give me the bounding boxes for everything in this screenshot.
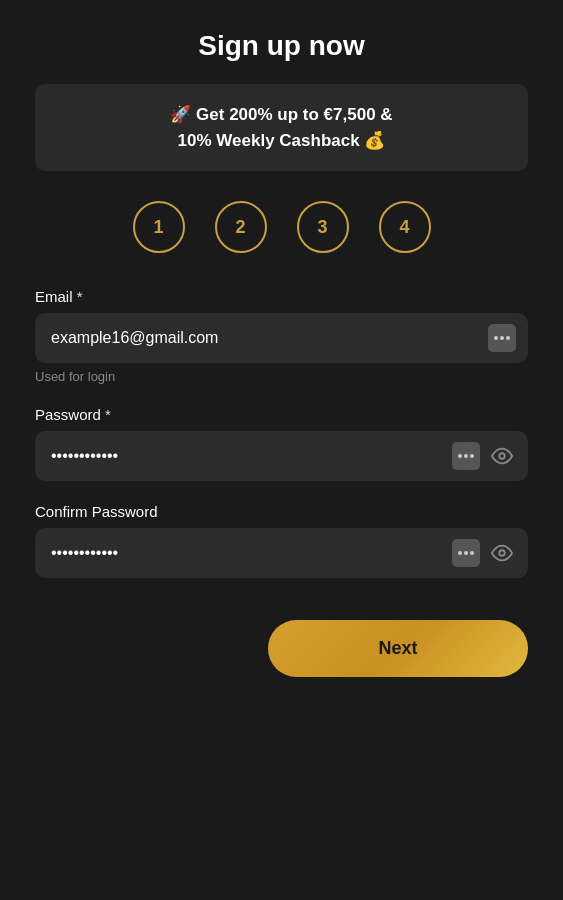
email-input-wrapper	[35, 313, 528, 363]
password-more-dots-icon[interactable]	[452, 442, 480, 470]
show-confirm-password-icon[interactable]	[488, 539, 516, 567]
promo-line2: 10% Weekly Cashback 💰	[178, 131, 386, 150]
email-field-group: Email * Used for login	[35, 288, 528, 384]
confirm-password-field-group: Confirm Password	[35, 503, 528, 578]
email-label: Email *	[35, 288, 528, 305]
password-input-wrapper	[35, 431, 528, 481]
promo-banner: 🚀 Get 200% up to €7,500 & 10% Weekly Cas…	[35, 84, 528, 171]
email-hint: Used for login	[35, 369, 528, 384]
step-2[interactable]: 2	[215, 201, 267, 253]
confirm-password-label: Confirm Password	[35, 503, 528, 520]
email-input[interactable]	[35, 313, 528, 363]
password-icon-area	[452, 442, 516, 470]
promo-icon-rocket: 🚀	[170, 105, 191, 124]
step-1[interactable]: 1	[133, 201, 185, 253]
step-indicators: 1 2 3 4	[35, 201, 528, 253]
confirm-password-more-dots-icon[interactable]	[452, 539, 480, 567]
email-icon-area	[488, 324, 516, 352]
step-3[interactable]: 3	[297, 201, 349, 253]
signup-page: Sign up now 🚀 Get 200% up to €7,500 & 10…	[0, 0, 563, 900]
promo-text: 🚀 Get 200% up to €7,500 & 10% Weekly Cas…	[55, 102, 508, 153]
show-password-icon[interactable]	[488, 442, 516, 470]
page-title: Sign up now	[198, 30, 364, 62]
email-more-dots-icon[interactable]	[488, 324, 516, 352]
svg-point-1	[499, 550, 505, 556]
step-4[interactable]: 4	[379, 201, 431, 253]
next-button[interactable]: Next	[268, 620, 528, 677]
next-button-container: Next	[35, 620, 528, 677]
promo-line1: Get 200% up to €7,500 &	[196, 105, 393, 124]
signup-form: Email * Used for login	[35, 288, 528, 600]
svg-point-0	[499, 453, 505, 459]
password-label: Password *	[35, 406, 528, 423]
confirm-password-input-wrapper	[35, 528, 528, 578]
password-field-group: Password *	[35, 406, 528, 481]
confirm-password-icon-area	[452, 539, 516, 567]
